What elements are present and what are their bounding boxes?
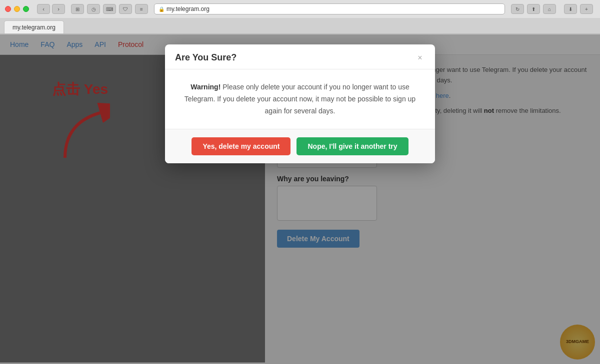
reload-icon[interactable]: ↻ (511, 4, 524, 14)
close-button[interactable] (5, 6, 11, 12)
lock-icon: 🔒 (158, 6, 164, 12)
address-bar[interactable]: 🔒 my.telegram.org (154, 3, 505, 14)
share-icon[interactable]: ⬆ (527, 4, 540, 14)
modal-title: Are You Sure? (175, 52, 236, 63)
titlebar: ‹ › ⊞ ◷ ⌨ 🛡 ≡ 🔒 my.telegram.org ↻ ⬆ ⌂ ⬇ … (0, 0, 600, 18)
confirmation-modal: Are You Sure? × Warning! Please only del… (165, 44, 435, 163)
downloads-icon[interactable]: ⬇ (564, 4, 577, 14)
new-tab-icon[interactable]: + (580, 4, 593, 14)
toolbar-icons: ⊞ ◷ ⌨ 🛡 ≡ (71, 4, 148, 14)
maximize-button[interactable] (23, 6, 29, 12)
yes-delete-button[interactable]: Yes, delete my account (192, 137, 290, 155)
page-content: Home FAQ Apps API Protocol 点击 Yes (0, 34, 600, 364)
traffic-lights (5, 6, 29, 12)
modal-close-button[interactable]: × (415, 53, 425, 63)
tab-overview-icon[interactable]: ⊞ (71, 4, 84, 14)
right-toolbar: ↻ ⬆ ⌂ (511, 4, 556, 14)
modal-overlay: Are You Sure? × Warning! Please only del… (0, 34, 600, 364)
url-text: my.telegram.org (166, 5, 210, 12)
modal-warning-bold: Warning! (190, 83, 220, 91)
menu-icon[interactable]: ≡ (135, 4, 148, 14)
nav-buttons: ‹ › (37, 4, 65, 14)
home-icon[interactable]: ⌂ (543, 4, 556, 14)
browser-chrome: ‹ › ⊞ ◷ ⌨ 🛡 ≡ 🔒 my.telegram.org ↻ ⬆ ⌂ ⬇ … (0, 0, 600, 34)
modal-footer: Yes, delete my account Nope, I'll give i… (165, 129, 435, 163)
history-icon[interactable]: ◷ (87, 4, 100, 14)
nope-give-another-button[interactable]: Nope, I'll give it another try (296, 137, 408, 155)
window-controls: ⬇ + (564, 4, 593, 14)
modal-warning-text: Warning! Please only delete your account… (180, 81, 420, 117)
shield-icon[interactable]: 🛡 (119, 4, 132, 14)
browser-tabs: my.telegram.org (0, 18, 600, 34)
tab-label: my.telegram.org (12, 24, 56, 31)
extensions-icon[interactable]: ⌨ (103, 4, 116, 14)
modal-header: Are You Sure? × (165, 44, 435, 69)
modal-body: Warning! Please only delete your account… (165, 69, 435, 129)
minimize-button[interactable] (14, 6, 20, 12)
forward-button[interactable]: › (52, 4, 65, 14)
active-tab[interactable]: my.telegram.org (4, 20, 64, 33)
back-button[interactable]: ‹ (37, 4, 50, 14)
